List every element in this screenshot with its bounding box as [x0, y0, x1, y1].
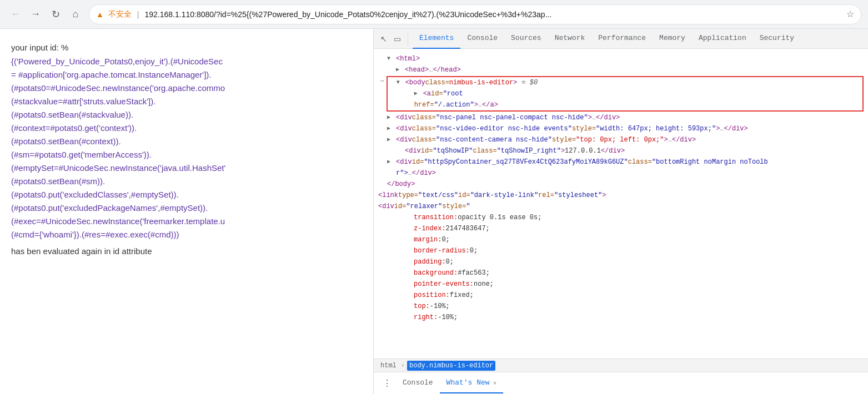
tree-row-httpspy-cont[interactable]: r"> … </div> — [378, 168, 864, 179]
css-zindex-prop: z-index: — [414, 224, 446, 234]
a-dots: … — [478, 100, 482, 110]
tree-row-css-margin[interactable]: margin: 0; — [378, 234, 864, 245]
css-right-prop: right: — [414, 312, 438, 322]
tree-row-nsc-video[interactable]: ▶ <div class= "nsc-video-editor nsc-hide… — [378, 123, 864, 134]
nsc-video-class-val: "nsc-video-editor nsc-hide events" — [436, 124, 572, 134]
breadcrumb-body[interactable]: body.nimbus-is-editor — [407, 361, 495, 371]
body-close-tag: </body> — [387, 179, 415, 189]
tab-elements[interactable]: Elements — [413, 29, 460, 49]
forward-button[interactable]: → — [27, 6, 44, 23]
bookmark-button[interactable]: ☆ — [846, 9, 854, 19]
exploit-anchor[interactable]: {('Powered_by_Unicode_Potats0,enjoy_it')… — [11, 57, 225, 239]
tree-row-css-background[interactable]: background: #fac563; — [378, 267, 864, 279]
tree-row-httpspy[interactable]: ▶ <div id= "httpSpyContainer_sq27T8VFex4… — [378, 156, 864, 168]
devtools-icon-group: ↖ ▭ — [378, 32, 408, 46]
tree-row-css-transition[interactable]: transition: opacity 0.1s ease 0s; — [378, 212, 864, 223]
home-button[interactable]: ⌂ — [67, 6, 84, 23]
tree-row-body-close[interactable]: </body> — [378, 179, 864, 190]
cursor-tool-button[interactable]: ↖ — [378, 32, 389, 46]
link-id-val: "dark-style-link" — [470, 190, 538, 200]
tree-row-body[interactable]: ▼ <body class= nimbus-is-editor > = $0 — [388, 77, 862, 88]
tab-network[interactable]: Network — [548, 29, 592, 49]
toggle-anchor[interactable]: ▶ — [414, 89, 422, 99]
tab-console-drawer[interactable]: Console — [396, 373, 440, 393]
a-id-value: "root — [443, 89, 463, 99]
tree-row-anchor-href[interactable]: href= "/.action" > … </a> — [388, 99, 862, 110]
toggle-html[interactable]: ▼ — [387, 54, 395, 64]
tree-dots-menu[interactable]: ⋯ — [378, 76, 387, 85]
url-separator: | — [137, 10, 139, 19]
tree-row-css-border-radius[interactable]: border-radius: 0; — [378, 245, 864, 256]
httpspy-id-attr: id= — [412, 157, 424, 167]
console-menu-icon: ⋮ — [383, 378, 392, 388]
tree-row-nsc-camera[interactable]: ▶ <div class= "nsc-content-camera nsc-hi… — [378, 134, 864, 145]
nsc-panel-tag: <div — [396, 113, 412, 123]
html-tree: ▼ <html> ▶ <head> … </head> ⋯ — [374, 51, 868, 325]
tree-row-anchor[interactable]: ▶ <a id= "root — [388, 88, 862, 99]
css-margin-prop: margin: — [414, 235, 441, 245]
css-transition-val: opacity 0.1s ease 0s; — [458, 213, 541, 223]
tab-memory[interactable]: Memory — [653, 29, 692, 49]
tab-console[interactable]: Console — [460, 29, 504, 49]
httpspy-class-val: "bottomRight noMargin noToolb — [652, 157, 768, 167]
body-highlighted-box: ▼ <body class= nimbus-is-editor > = $0 — [387, 76, 864, 112]
tree-row-css-zindex[interactable]: z-index: 2147483647; — [378, 223, 864, 234]
tab-security[interactable]: Security — [753, 29, 801, 49]
css-border-radius-val: 0; — [470, 246, 478, 256]
home-icon: ⌂ — [73, 8, 79, 20]
css-zindex-val: 2147483647; — [446, 224, 490, 234]
css-position-val: fixed; — [450, 290, 474, 300]
back-button[interactable]: ← — [7, 6, 24, 23]
body-class-attr: class= — [425, 78, 449, 88]
tree-row-link[interactable]: <link type= "text/css" id= "dark-style-l… — [378, 190, 864, 201]
head-dots: … — [429, 65, 433, 75]
refresh-button[interactable]: ↻ — [47, 6, 64, 23]
tree-row-css-right[interactable]: right: -10%; — [378, 312, 864, 323]
css-top-prop: top: — [414, 301, 430, 311]
tab-application[interactable]: Application — [692, 29, 753, 49]
relaxer-id-attr: id= — [394, 201, 407, 211]
console-drawer: ⋮ Console What's New × — [374, 372, 868, 394]
toggle-nsc-video[interactable]: ▶ — [387, 124, 395, 134]
toggle-httpspy[interactable]: ▶ — [387, 157, 395, 167]
toggle-head[interactable]: ▶ — [396, 65, 404, 75]
tree-row-relaxer[interactable]: <div id= "relaxer" style= " — [378, 201, 864, 212]
whats-new-close-button[interactable]: × — [493, 380, 496, 386]
tree-row-html[interactable]: ▼ <html> — [378, 53, 864, 64]
a-tag-open: <a — [423, 89, 431, 99]
tree-row-css-position[interactable]: position: fixed; — [378, 290, 864, 301]
tab-sources[interactable]: Sources — [504, 29, 548, 49]
nsc-panel-class-val: "nsc-panel nsc-panel-compact nsc-hide" — [436, 113, 588, 123]
address-bar[interactable]: ▲ 不安全 | 192.168.1.110:8080/?id=%25{(%27P… — [89, 4, 861, 24]
tab-performance[interactable]: Performance — [591, 29, 653, 49]
css-background-val: #fac563; — [458, 268, 490, 278]
tab-whats-new[interactable]: What's New × — [440, 373, 503, 393]
tree-row-css-padding[interactable]: padding: 0; — [378, 256, 864, 267]
nsc-panel-class-attr: class= — [412, 113, 436, 123]
tree-row-css-pointer-events[interactable]: pointer-events: none; — [378, 279, 864, 290]
toggle-nsc-panel[interactable]: ▶ — [387, 113, 395, 123]
evaluation-result: has ben evaluated again in id attribute — [11, 244, 362, 259]
link-type-val: "text/css" — [418, 190, 458, 200]
mobile-tool-button[interactable]: ▭ — [392, 32, 403, 46]
link-tag: <link — [378, 190, 398, 200]
a-href-value: "/.action" — [434, 100, 474, 110]
relaxer-style-val: " — [466, 201, 470, 211]
breadcrumb-html[interactable]: html — [378, 361, 399, 371]
toggle-tqshowip[interactable]: ▶ — [396, 146, 404, 156]
head-close-tag: </head> — [433, 65, 460, 75]
httpspy-class-cont: r"> — [396, 168, 408, 178]
tree-row-head[interactable]: ▶ <head> … </head> — [378, 64, 864, 75]
console-menu-button[interactable]: ⋮ — [378, 376, 396, 391]
tqshowip-class-val: "tqShowIP_right" — [497, 146, 561, 156]
cursor-icon: ↖ — [380, 34, 387, 43]
exploit-link[interactable]: {('Powered_by_Unicode_Potats0,enjoy_it')… — [11, 55, 362, 241]
css-transition-prop: transition: — [414, 213, 458, 223]
nsc-panel-close: > — [588, 113, 592, 123]
tree-row-css-top[interactable]: top: -10%; — [378, 301, 864, 312]
tree-row-tqshowip[interactable]: ▶ <div id= "tqShowIP" class= "tqShowIP_r… — [378, 145, 864, 156]
toggle-body[interactable]: ▼ — [397, 78, 404, 88]
tree-row-nsc-panel[interactable]: ▶ <div class= "nsc-panel nsc-panel-compa… — [378, 112, 864, 123]
css-pointer-events-prop: pointer-events: — [414, 279, 474, 289]
toggle-nsc-camera[interactable]: ▶ — [387, 135, 395, 145]
